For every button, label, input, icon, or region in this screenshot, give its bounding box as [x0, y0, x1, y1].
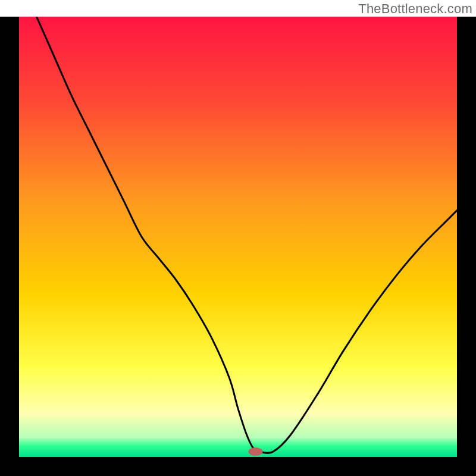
watermark-text: TheBottleneck.com — [358, 1, 472, 17]
min-marker — [248, 447, 262, 456]
plot-area — [19, 17, 457, 457]
gradient-background — [19, 17, 457, 457]
chart-svg — [19, 17, 457, 457]
chart-frame: TheBottleneck.com — [0, 0, 476, 476]
